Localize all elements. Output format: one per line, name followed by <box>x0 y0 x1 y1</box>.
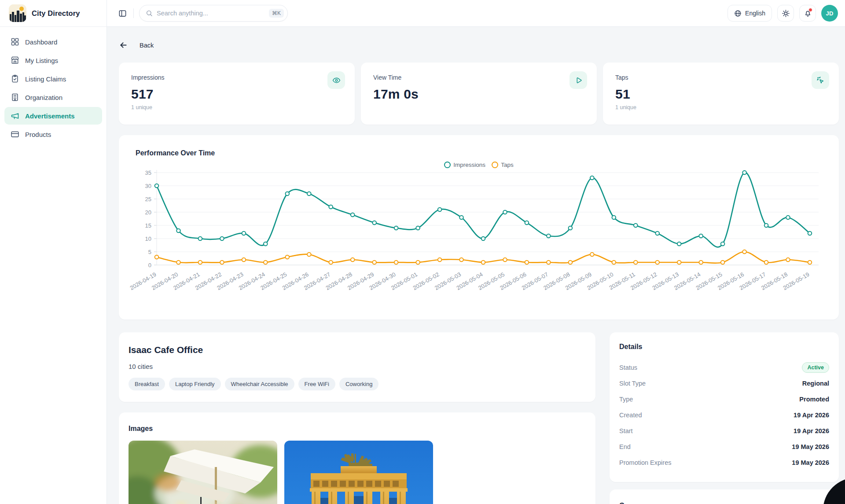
stat-sub: 1 unique <box>131 104 342 110</box>
detail-value: 19 May 2026 <box>792 459 829 466</box>
detail-value: 19 Apr 2026 <box>794 427 829 434</box>
notifications-button[interactable] <box>799 5 816 22</box>
performance-chart-card: Performance Over Time ImpressionsTaps 05… <box>119 135 839 320</box>
detail-value: 19 May 2026 <box>792 443 829 450</box>
stat-card-impressions: Impressions5171 unique <box>119 63 355 125</box>
stat-label: Impressions <box>131 74 342 81</box>
stat-icon-chip <box>327 71 345 89</box>
grid-icon <box>11 37 19 46</box>
svg-text:15: 15 <box>145 222 151 229</box>
credit-card-icon <box>11 130 19 139</box>
legend-item-taps[interactable]: Taps <box>492 162 514 168</box>
stat-sub: 1 unique <box>615 104 827 110</box>
sidebar-item-organization[interactable]: Organization <box>4 88 102 106</box>
stats-row: Impressions5171 uniqueView Time17m 0sTap… <box>119 63 839 125</box>
detail-value: 19 Apr 2026 <box>794 412 829 419</box>
images-title: Images <box>129 425 586 433</box>
tag-breakfast: Breakfast <box>129 378 165 390</box>
listing-summary-card: Isaac Cafe Office 10 cities BreakfastLap… <box>119 332 595 402</box>
sidebar-item-advertisements[interactable]: Advertisements <box>4 107 102 125</box>
clipboard-check-icon <box>11 74 19 83</box>
arrow-left-icon <box>119 40 128 50</box>
sidebar-item-label: My Listings <box>25 57 58 64</box>
tag-laptop-friendly: Laptop Friendly <box>169 378 221 390</box>
stat-value: 517 <box>131 87 342 102</box>
brandenburg-gate-photo[interactable] <box>284 441 433 504</box>
legend-label: Impressions <box>453 162 485 168</box>
detail-row-slot-type: Slot TypeRegional <box>619 375 829 391</box>
stat-icon-chip <box>569 71 587 89</box>
search-icon <box>146 10 153 17</box>
city-directory-logo-icon <box>9 4 26 22</box>
user-avatar[interactable]: JD <box>821 5 838 22</box>
details-title: Details <box>619 343 829 351</box>
sidebar-item-label: Dashboard <box>25 38 57 46</box>
eye-icon <box>332 76 341 85</box>
detail-row-promotion-expires: Promotion Expires19 May 2026 <box>619 455 829 471</box>
chart-title: Performance Over Time <box>136 149 822 157</box>
sidebar-item-dashboard[interactable]: Dashboard <box>4 33 102 51</box>
detail-row-created: Created19 Apr 2026 <box>619 407 829 423</box>
legend-item-impressions[interactable]: Impressions <box>444 162 485 168</box>
brand[interactable]: City Directory <box>0 0 107 27</box>
detail-label: Start <box>619 427 633 434</box>
stat-card-taps: Taps511 unique <box>603 63 839 125</box>
detail-value: Regional <box>802 380 829 387</box>
stat-value: 17m 0s <box>373 87 584 102</box>
images-card: Images <box>119 412 595 504</box>
sidebar-item-listing-claims[interactable]: Listing Claims <box>4 70 102 88</box>
performance-chart: 051015202530352026-04-192026-04-202026-0… <box>136 169 822 299</box>
detail-label: Type <box>619 396 633 403</box>
detail-label: Promotion Expires <box>619 459 671 466</box>
details-card: Details StatusActiveSlot TypeRegionalTyp… <box>610 332 839 482</box>
sidebar-nav: DashboardMy ListingsListing ClaimsOrgani… <box>0 27 107 149</box>
search-bar[interactable]: ⌘K <box>139 5 288 22</box>
svg-text:35: 35 <box>145 169 151 176</box>
coverage-card: Coverage <box>610 489 839 504</box>
theme-toggle-button[interactable] <box>777 5 794 22</box>
tag-wheelchair-accessible: Wheelchair Accessible <box>225 378 294 390</box>
search-shortcut-badge: ⌘K <box>269 9 284 18</box>
status-badge: Active <box>802 362 829 373</box>
megaphone-icon <box>11 111 19 120</box>
back-button[interactable]: Back <box>119 40 154 50</box>
detail-label: End <box>619 443 631 450</box>
svg-text:10: 10 <box>145 235 151 242</box>
play-icon <box>574 76 583 85</box>
detail-row-status: StatusActive <box>619 360 829 375</box>
stat-value: 51 <box>615 87 827 102</box>
search-input[interactable] <box>157 10 265 17</box>
detail-label: Created <box>619 412 642 419</box>
store-icon <box>11 56 19 65</box>
stat-card-view-time: View Time17m 0s <box>361 63 597 125</box>
language-label: English <box>745 10 765 17</box>
notification-dot <box>808 8 812 12</box>
sidebar-toggle-button[interactable] <box>114 5 131 22</box>
detail-value: Promoted <box>799 396 829 403</box>
header: ⌘K English JD <box>107 0 845 27</box>
stat-label: View Time <box>373 74 584 81</box>
detail-row-end: End19 May 2026 <box>619 439 829 455</box>
sidebar-item-products[interactable]: Products <box>4 125 102 143</box>
svg-text:30: 30 <box>145 183 151 189</box>
cursor-click-icon <box>816 76 825 85</box>
svg-text:20: 20 <box>145 209 151 216</box>
panel-left-icon <box>118 9 127 18</box>
cafe-terrace-photo[interactable] <box>129 441 277 504</box>
legend-swatch <box>492 162 498 168</box>
detail-row-start: Start19 Apr 2026 <box>619 423 829 439</box>
back-label: Back <box>140 42 154 49</box>
stat-label: Taps <box>615 74 827 81</box>
sun-icon <box>782 9 790 18</box>
tag-coworking: Coworking <box>339 378 378 390</box>
legend-swatch <box>444 162 451 168</box>
sidebar-item-my-listings[interactable]: My Listings <box>4 52 102 69</box>
stat-icon-chip <box>812 71 829 89</box>
legend-label: Taps <box>501 162 514 168</box>
detail-label: Status <box>619 364 637 371</box>
svg-text:0: 0 <box>148 262 151 269</box>
coverage-title: Coverage <box>619 502 829 504</box>
svg-text:5: 5 <box>148 249 151 255</box>
language-button[interactable]: English <box>727 5 772 22</box>
listing-tags: BreakfastLaptop FriendlyWheelchair Acces… <box>129 378 586 390</box>
